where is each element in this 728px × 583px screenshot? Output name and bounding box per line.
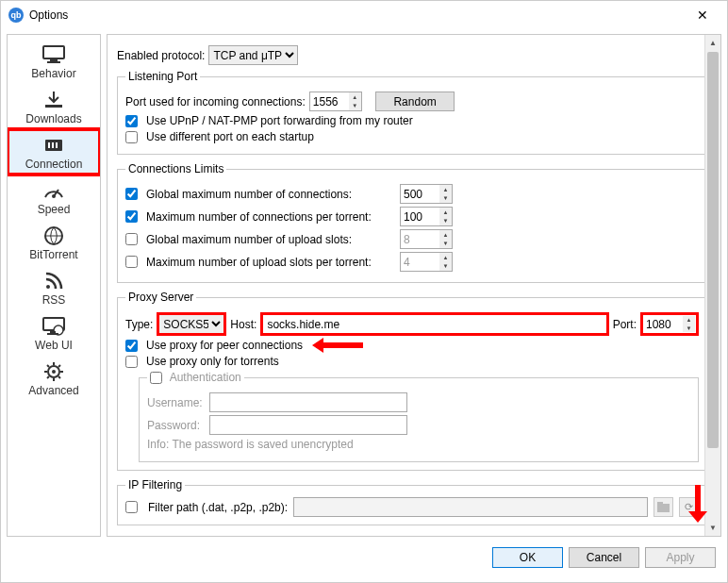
proxy-host-label: Host: — [230, 318, 256, 331]
sidebar-item-bittorrent[interactable]: BitTorrent — [8, 220, 100, 265]
random-port-button[interactable]: Random — [375, 92, 454, 111]
max-conn-torrent-label: Maximum number of connections per torren… — [146, 210, 396, 224]
svg-line-25 — [47, 376, 49, 378]
scroll-down-icon[interactable]: ▼ — [705, 520, 720, 536]
username-label: Username: — [147, 396, 206, 409]
global-max-conn-checkbox[interactable] — [125, 188, 138, 200]
proxy-server-group: Proxy Server Type: SOCKS5 Host: Port: ▲▼… — [117, 291, 707, 471]
svg-rect-27 — [657, 502, 663, 505]
enabled-protocol-select[interactable]: TCP and μTP — [208, 45, 298, 65]
sidebar-item-label: BitTorrent — [29, 248, 77, 261]
cancel-button[interactable]: Cancel — [569, 547, 639, 568]
global-max-upload-checkbox[interactable] — [125, 233, 138, 245]
svg-rect-7 — [56, 142, 58, 148]
ok-button[interactable]: OK — [492, 547, 563, 568]
browse-file-button[interactable] — [654, 497, 673, 517]
proxy-torrents-only-checkbox[interactable] — [125, 356, 138, 368]
listening-port-legend: Listening Port — [125, 70, 200, 83]
different-port-checkbox[interactable] — [125, 131, 138, 143]
upnp-label: Use UPnP / NAT-PMP port forwarding from … — [146, 114, 413, 127]
sidebar-item-label: Web UI — [35, 339, 73, 352]
global-max-conn-label: Global maximum number of connections: — [146, 188, 396, 201]
scrollbar-thumb[interactable] — [707, 52, 719, 448]
sidebar-item-advanced[interactable]: Advanced — [8, 356, 100, 401]
highlight-proxy-type: SOCKS5 — [157, 312, 226, 336]
port-spinner[interactable]: ▲▼ — [349, 92, 361, 110]
svg-rect-26 — [657, 504, 670, 512]
svg-rect-1 — [50, 59, 58, 61]
svg-rect-0 — [43, 46, 64, 58]
highlight-proxy-host — [260, 312, 608, 336]
sidebar-item-speed[interactable]: Speed — [8, 175, 100, 220]
sidebar-item-webui[interactable]: Web UI — [8, 310, 100, 356]
download-icon — [41, 90, 67, 110]
upnp-checkbox[interactable] — [125, 115, 138, 127]
sidebar-item-connection[interactable]: Connection — [8, 129, 100, 175]
max-upload-torrent-label: Maximum number of upload slots per torre… — [146, 256, 396, 269]
svg-rect-2 — [47, 61, 60, 63]
annotation-arrow-left-icon — [316, 342, 363, 348]
settings-panel: Enabled protocol: TCP and μTP Listening … — [107, 34, 721, 537]
dialog-body: Behavior Downloads Connection Speed BitT… — [1, 28, 727, 542]
svg-rect-15 — [47, 333, 58, 335]
username-input — [209, 392, 407, 412]
network-icon — [41, 135, 67, 156]
close-icon[interactable]: ✕ — [686, 2, 720, 28]
category-sidebar: Behavior Downloads Connection Speed BitT… — [7, 34, 101, 537]
sidebar-item-label: Downloads — [25, 112, 81, 125]
connections-limits-legend: Connections Limits — [125, 162, 226, 175]
svg-line-23 — [58, 376, 60, 378]
globe-icon — [41, 225, 67, 246]
filter-path-input — [293, 497, 648, 517]
annotation-arrow-down-icon — [688, 485, 707, 532]
proxy-host-input[interactable] — [263, 315, 605, 333]
gear-icon — [41, 361, 67, 382]
max-conn-torrent-checkbox[interactable] — [125, 210, 138, 223]
authentication-checkbox[interactable] — [150, 372, 162, 384]
sidebar-item-label: Advanced — [28, 384, 78, 397]
authentication-label: Authentication — [170, 371, 241, 384]
monitor-icon — [41, 44, 67, 65]
filter-path-label: Filter path (.dat, .p2p, .p2b): — [148, 501, 288, 514]
highlight-proxy-port: ▲▼ — [640, 312, 699, 336]
title-bar: qb Options ✕ — [1, 1, 727, 28]
use-proxy-peer-label: Use proxy for peer connections — [146, 339, 303, 352]
sidebar-item-behavior[interactable]: Behavior — [8, 39, 100, 84]
sidebar-item-label: Behavior — [31, 67, 75, 80]
svg-line-24 — [58, 365, 60, 367]
svg-point-9 — [52, 194, 56, 198]
svg-rect-5 — [48, 142, 50, 148]
rss-icon — [41, 271, 67, 292]
password-warning: Info: The password is saved unencrypted — [147, 438, 690, 451]
connections-limits-group: Connections Limits Global maximum number… — [117, 162, 707, 283]
password-label: Password: — [147, 419, 206, 432]
max-upload-torrent-checkbox[interactable] — [125, 256, 138, 268]
svg-line-22 — [47, 365, 49, 367]
window-title: Options — [29, 8, 68, 22]
monitor-globe-icon — [41, 316, 67, 337]
svg-point-17 — [52, 370, 56, 374]
proxy-type-label: Type: — [125, 318, 153, 331]
proxy-port-label: Port: — [613, 318, 637, 331]
proxy-torrents-only-label: Use proxy only for torrents — [146, 355, 279, 368]
use-proxy-peer-checkbox[interactable] — [125, 340, 138, 352]
apply-button[interactable]: Apply — [645, 547, 716, 568]
sidebar-item-downloads[interactable]: Downloads — [8, 84, 100, 129]
listening-port-group: Listening Port Port used for incoming co… — [117, 70, 707, 155]
password-input — [209, 415, 407, 435]
sidebar-item-label: Connection — [25, 158, 83, 171]
different-port-label: Use different port on each startup — [146, 130, 314, 143]
ip-filtering-legend: IP Filtering — [125, 478, 185, 491]
proxy-type-select[interactable]: SOCKS5 — [159, 315, 223, 333]
sidebar-item-rss[interactable]: RSS — [8, 265, 100, 310]
gauge-icon — [41, 180, 67, 201]
scroll-up-icon[interactable]: ▲ — [705, 35, 720, 51]
svg-rect-14 — [50, 331, 56, 333]
ip-filtering-group: IP Filtering Filter path (.dat, .p2p, .p… — [117, 478, 707, 525]
port-label: Port used for incoming connections: — [125, 95, 306, 108]
vertical-scrollbar[interactable]: ▲ ▼ — [704, 35, 720, 536]
dialog-footer: OK Cancel Apply — [1, 542, 727, 573]
svg-rect-3 — [45, 105, 62, 108]
svg-point-11 — [46, 285, 50, 289]
filter-path-checkbox[interactable] — [125, 501, 138, 513]
